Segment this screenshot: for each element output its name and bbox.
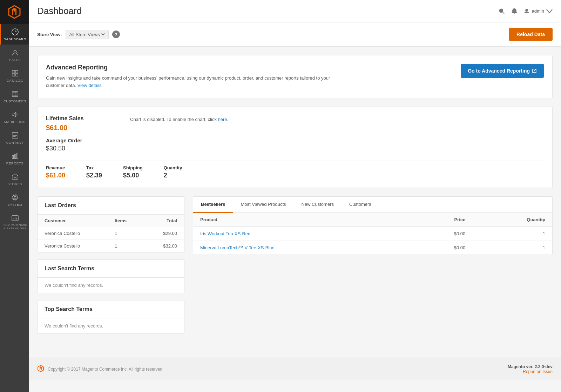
content-area: Store View: All Store Views ? Reload Dat… [29,22,561,392]
advanced-reporting-description: Gain new insights and take command of yo… [46,75,333,89]
revenue-value: $61.00 [46,172,65,179]
footer: Copyright © 2017 Magento Commerce Inc. A… [29,358,561,380]
sidebar-item-customers[interactable]: CUSTOMERS [0,86,29,107]
tab-bestsellers[interactable]: Bestsellers [193,197,233,213]
view-details-link[interactable]: View details [77,83,102,88]
advanced-reporting-text: Advanced Reporting Gain new insights and… [46,64,333,89]
user-icon [523,8,530,14]
advanced-reporting-button[interactable]: Go to Advanced Reporting [461,64,544,78]
last-search-terms-title: Last Search Terms [38,260,184,278]
shipping-value: $5.00 [123,172,143,179]
sidebar-item-dashboard[interactable]: DASHBOARD [0,24,29,45]
tabs-header: Bestsellers Most Viewed Products New Cus… [193,197,552,213]
sidebar-item-reports[interactable]: REPORTS [0,148,29,169]
top-header: Dashboard admin [29,0,561,22]
footer-right: Magento ver. 2.2.0-dev Report an Issue [508,364,553,374]
admin-user-menu[interactable]: admin [523,8,553,14]
svg-rect-4 [12,74,14,76]
main-area: Dashboard admin [29,0,561,392]
sidebar-item-sales[interactable]: SALES [0,45,29,65]
sidebar-item-label-partners: FIND PARTNERS & EXTENSIONS [2,223,27,230]
revenue-stat: Revenue $61.00 [46,165,65,179]
help-icon[interactable]: ? [112,31,120,38]
chart-disabled-notice: Chart is disabled. To enable the chart, … [130,115,544,152]
sidebar-item-system[interactable]: SYSTEM [0,189,29,210]
dashboard-icon [11,28,19,36]
sidebar-item-catalog[interactable]: CATALOG [0,65,29,86]
sidebar-item-label-content: CONTENT [6,141,23,144]
svg-point-1 [14,50,16,53]
store-select-chevron-icon [101,33,105,35]
sidebar-item-stores[interactable]: STORES [0,169,29,189]
product-price-2: $0.00 [410,241,472,255]
reload-data-button[interactable]: Reload Data [509,28,553,41]
footer-logo [37,365,44,373]
reports-icon [11,152,19,160]
orders-table: Customer Items Total Veronica Costello 1… [38,215,184,252]
products-col-qty: Quantity [472,213,552,227]
enable-chart-link[interactable]: here. [218,117,229,122]
quantity-label: Quantity [164,165,182,170]
lifetime-sales-label: Lifetime Sales [46,115,116,122]
shipping-label: Shipping [123,165,143,170]
svg-rect-2 [12,70,14,73]
sidebar-item-label-catalog: CATALOG [7,79,23,82]
store-view-left: Store View: All Store Views ? [37,30,120,39]
tabs-section: Bestsellers Most Viewed Products New Cus… [193,196,553,255]
marketing-icon [11,111,19,119]
catalog-icon [11,69,19,77]
last-search-terms-section: Last Search Terms We couldn't find any r… [37,259,184,293]
average-order-amount: $30.50 [46,145,116,152]
quantity-value: 2 [164,172,182,179]
sidebar-item-marketing[interactable]: MARKETING [0,107,29,127]
sidebar-item-label-system: SYSTEM [7,203,22,207]
product-name-1: Iris Workout Top-XS-Red [193,227,410,241]
store-view-select[interactable]: All Store Views [66,30,109,39]
left-panel: Last Orders Customer Items Total [37,196,184,341]
advanced-reporting-title: Advanced Reporting [46,64,333,71]
sidebar-item-find-partners[interactable]: FIND PARTNERS & EXTENSIONS [0,210,29,234]
product-qty-2: 1 [472,241,552,255]
svg-rect-10 [16,153,18,159]
tab-new-customers[interactable]: New Customers [294,197,342,213]
product-price-1: $0.00 [410,227,472,241]
tab-most-viewed[interactable]: Most Viewed Products [233,197,293,213]
stats-top: Lifetime Sales $61.00 Average Order $30.… [46,115,544,152]
svg-rect-9 [14,154,16,159]
product-qty-1: 1 [472,227,552,241]
order-total-2: $32.00 [144,239,184,252]
store-view-bar: Store View: All Store Views ? Reload Dat… [29,22,561,47]
svg-rect-5 [15,74,18,76]
sidebar-logo [0,0,29,24]
tab-customers[interactable]: Customers [342,197,379,213]
svg-rect-11 [14,177,16,180]
sidebar-item-label-reports: REPORTS [6,161,23,165]
svg-point-15 [526,9,528,11]
stores-icon [11,173,19,181]
sidebar-item-label-stores: STORES [8,182,22,186]
product-name-2: Minerva LumaTech™ V-Tee-XS-Blue [193,241,410,255]
products-col-price: Price [410,213,472,227]
lifetime-sales-amount: $61.00 [46,124,116,132]
advanced-reporting-section: Advanced Reporting Gain new insights and… [37,55,553,98]
tax-value: $2.39 [86,172,102,179]
search-icon[interactable] [498,8,505,15]
order-items-2: 1 [108,239,144,252]
top-search-terms-section: Top Search Terms We couldn't find any re… [37,300,184,334]
content-inner: Advanced Reporting Gain new insights and… [29,47,561,358]
tax-label: Tax [86,165,102,170]
footer-copyright: Copyright © 2017 Magento Commerce Inc. A… [48,367,163,372]
table-row: Veronica Costello 1 $29.00 [38,227,184,239]
sidebar-item-content[interactable]: CONTENT [0,127,29,148]
top-search-terms-empty: We couldn't find any records. [38,318,184,333]
sidebar-item-label-marketing: MARKETING [4,120,26,124]
orders-col-customer: Customer [38,215,108,227]
revenue-label: Revenue [46,165,65,170]
quantity-stat: Quantity 2 [164,165,182,179]
svg-rect-8 [12,155,13,158]
report-issue-link[interactable]: Report an Issue [508,369,553,374]
chevron-down-icon [546,8,553,14]
notifications-icon[interactable] [511,8,518,15]
partners-icon [11,214,19,222]
bottom-panels: Last Orders Customer Items Total [37,196,553,341]
